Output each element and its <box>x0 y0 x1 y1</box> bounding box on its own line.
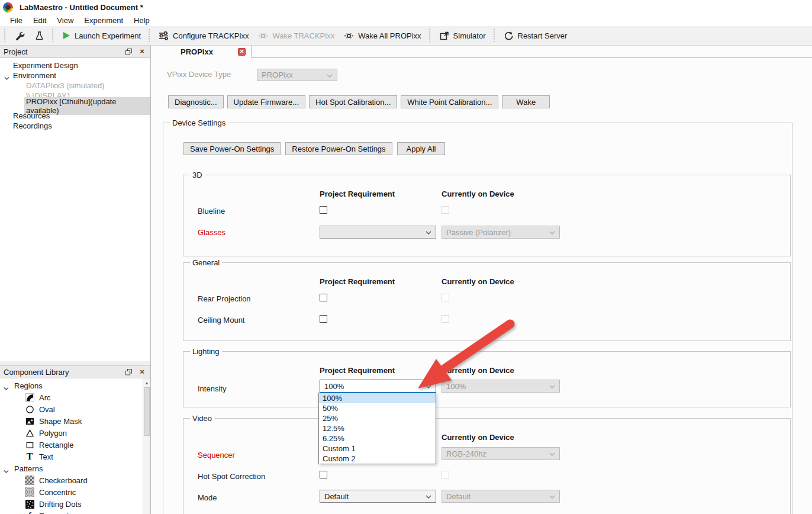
component-item-polygon[interactable]: Polygon <box>0 427 150 439</box>
wake-all-propixx-button[interactable]: Wake All PROPixx <box>339 28 426 43</box>
configure-trackpixx-button[interactable]: Configure TRACKPixx <box>154 28 253 43</box>
dropdown-option-custom1[interactable]: Custom 1 <box>319 444 436 454</box>
component-item-checkerboard[interactable]: Checkerboard <box>0 474 150 486</box>
project-requirement-header: Project Requirement <box>320 366 395 375</box>
workspace: Project × Experiment Design Environment … <box>0 46 812 514</box>
restart-server-button[interactable]: Restart Server <box>499 28 572 43</box>
project-requirement-header: Project Requirement <box>320 189 395 198</box>
checkerboard-icon <box>25 476 34 485</box>
sequencer-device-select: RGB-240hz <box>442 447 560 460</box>
currently-on-device-header: Currently on Device <box>442 277 514 286</box>
intensity-project-select[interactable]: 100% <box>320 380 436 393</box>
tree-item-datapixx3[interactable]: DATAPixx3 (simulated) <box>0 81 150 91</box>
scrollbar-thumb[interactable] <box>144 387 150 436</box>
hot-spot-calibration-button[interactable]: Hot Spot Calibration... <box>309 95 397 108</box>
blueline-project-checkbox[interactable] <box>320 206 327 214</box>
device-settings-title: Device Settings <box>170 118 228 127</box>
toolbar-separator <box>429 29 431 42</box>
general-group: General Project Requirement Currently on… <box>183 262 791 341</box>
intensity-device-select: 100% <box>442 380 560 393</box>
hot-spot-device-checkbox <box>442 471 449 478</box>
tree-item-experiment-design[interactable]: Experiment Design <box>0 60 150 70</box>
menu-help[interactable]: Help <box>128 16 155 25</box>
close-panel-button[interactable]: × <box>137 367 147 377</box>
sequencer-label: Sequencer <box>198 451 235 460</box>
wake-button[interactable]: Wake <box>502 95 550 108</box>
menu-file[interactable]: File <box>5 16 28 25</box>
launch-experiment-button[interactable]: Launch Experiment <box>57 28 146 43</box>
sun-icon <box>258 31 268 41</box>
component-item-drifting-dots[interactable]: Drifting Dots <box>0 498 150 510</box>
group-patterns[interactable]: Patterns <box>0 462 150 474</box>
tree-item-recordings[interactable]: Recordings <box>0 121 150 131</box>
simulator-button[interactable]: Simulator <box>434 28 491 43</box>
tree-item-propixx[interactable]: PROPixx [Cthulhu](update available) <box>0 101 150 111</box>
window-title: LabMaestro - Untitled Document * <box>20 3 143 12</box>
dropdown-option-25[interactable]: 25% <box>319 413 436 423</box>
ceiling-mount-project-checkbox[interactable] <box>320 315 327 323</box>
function-icon: ƒ <box>25 511 34 514</box>
tab-propixx[interactable]: PROPixx ✕ <box>151 46 252 58</box>
menu-view[interactable]: View <box>51 16 79 25</box>
device-type-select: PROPixx <box>257 69 337 81</box>
flask-button[interactable] <box>30 28 49 43</box>
dropdown-option-12-5[interactable]: 12.5% <box>319 423 436 433</box>
component-item-oval[interactable]: Oval <box>0 403 150 415</box>
save-power-on-settings-button[interactable]: Save Power-On Settings <box>183 142 281 155</box>
diagnostic-button[interactable]: Diagnostic... <box>168 95 224 108</box>
main-toolbar: Launch Experiment Configure TRACKPixx Wa… <box>0 26 812 46</box>
component-item-shape-mask[interactable]: Shape Mask <box>0 415 150 427</box>
3d-group-title: 3D <box>190 171 205 179</box>
component-library-tree: Regions Arc Oval Shape Mask Polygon <box>0 378 150 514</box>
component-item-text[interactable]: T Text <box>0 451 150 462</box>
white-point-calibration-button[interactable]: White Point Calibration... <box>401 95 498 108</box>
tree-item-environment[interactable]: Environment <box>0 70 150 81</box>
update-firmware-button[interactable]: Update Firmware... <box>227 95 306 108</box>
currently-on-device-header: Currently on Device <box>442 189 514 198</box>
chevron-down-icon <box>426 495 431 499</box>
launch-experiment-label: Launch Experiment <box>75 31 141 40</box>
menu-edit[interactable]: Edit <box>28 16 51 25</box>
drifting-dots-icon <box>25 499 34 509</box>
3d-group: 3D Project Requirement Currently on Devi… <box>183 175 791 256</box>
component-item-rectangle[interactable]: Rectangle <box>0 439 150 451</box>
scrollbar-up-icon[interactable]: ▲ <box>143 378 150 387</box>
oval-icon <box>25 404 34 414</box>
group-regions[interactable]: Regions <box>0 380 150 391</box>
glasses-project-select[interactable] <box>320 226 436 239</box>
wake-trackpixx-button[interactable]: Wake TRACKPixx <box>253 28 339 43</box>
dock-splitter[interactable] <box>0 361 150 366</box>
project-requirement-header: Project Requirement <box>320 277 395 286</box>
text-icon: T <box>25 452 34 461</box>
dropdown-option-100[interactable]: 100% <box>319 393 436 403</box>
toolbar-separator <box>494 29 496 42</box>
component-item-concentric[interactable]: Concentric <box>0 486 150 498</box>
apply-all-button[interactable]: Apply All <box>397 142 446 155</box>
close-tab-icon[interactable]: ✕ <box>238 48 246 56</box>
dropdown-option-50[interactable]: 50% <box>319 403 436 413</box>
tree-item-resources[interactable]: Resources <box>0 111 150 121</box>
component-item-partial[interactable]: ƒ Expression <box>0 510 150 514</box>
float-panel-button[interactable] <box>124 47 133 56</box>
restart-server-label: Restart Server <box>518 31 568 40</box>
rear-projection-project-checkbox[interactable] <box>320 294 327 301</box>
tools-button[interactable] <box>9 28 30 43</box>
mode-label: Mode <box>198 493 217 502</box>
float-icon <box>125 369 132 375</box>
hot-spot-project-checkbox[interactable] <box>320 471 327 478</box>
scrollbar[interactable]: ▲ <box>143 378 150 514</box>
wake-trackpixx-label: Wake TRACKPixx <box>272 31 334 40</box>
toolbar-separator <box>52 29 54 42</box>
close-panel-button[interactable]: × <box>137 47 147 56</box>
dropdown-option-6-25[interactable]: 6.25% <box>319 433 436 444</box>
blueline-label: Blueline <box>198 207 225 216</box>
float-panel-button[interactable] <box>124 367 133 377</box>
wake-all-propixx-label: Wake All PROPixx <box>358 31 421 40</box>
menu-experiment[interactable]: Experiment <box>79 16 128 25</box>
mode-project-select[interactable]: Default <box>320 490 436 503</box>
toolbar-handle <box>4 29 7 42</box>
dropdown-option-custom2[interactable]: Custom 2 <box>319 454 436 464</box>
component-item-arc[interactable]: Arc <box>0 391 150 403</box>
left-dock: Project × Experiment Design Environment … <box>0 46 151 514</box>
restore-power-on-settings-button[interactable]: Restore Power-On Settings <box>285 142 392 155</box>
